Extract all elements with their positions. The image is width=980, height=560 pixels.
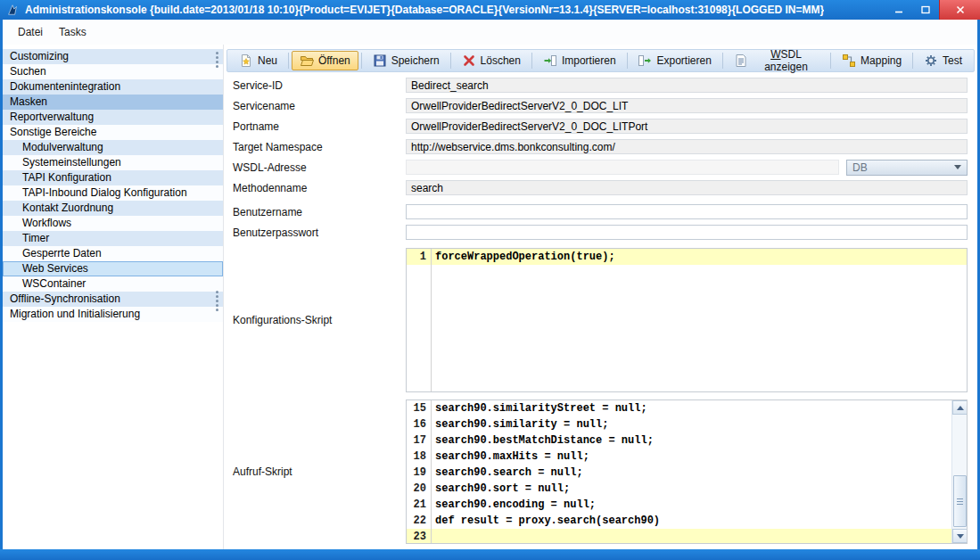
scroll-up-button[interactable] [952, 400, 968, 415]
service-id-label: Service-ID [233, 79, 406, 92]
sidebar-scroll-grip-middle[interactable] [216, 291, 218, 311]
konfigurations-skript-editor[interactable]: 1 forceWrappedOperation(true); [406, 248, 968, 392]
gear-icon [924, 54, 938, 68]
sidebar-item[interactable]: Sonstige Bereiche [3, 125, 223, 140]
code-line[interactable]: 18 search90.maxHits = null; [407, 449, 951, 465]
sidebar-item-label: Reportverwaltung [10, 111, 94, 123]
app-window: Administrationskonsole {build.date=2013/… [0, 0, 980, 560]
sidebar-item[interactable]: Kontakt Zuordnung [3, 201, 223, 216]
sidebar-item[interactable]: Timer [3, 231, 223, 246]
scroll-thumb[interactable] [953, 475, 967, 527]
code-line[interactable]: 20 search90.sort = null; [407, 481, 951, 497]
oeffnen-button[interactable]: Öffnen [292, 51, 358, 70]
code-line[interactable]: 17 search90.bestMatchDistance = null; [407, 432, 951, 449]
sidebar-item-label: Workflows [22, 217, 71, 229]
code-text: search90.maxHits = null; [431, 449, 589, 465]
maximize-button[interactable] [912, 0, 939, 20]
sidebar-item-label: Web Services [22, 262, 88, 275]
aufruf-skript-label: Aufruf-Skript [233, 465, 406, 478]
wsdl-adresse-input[interactable] [406, 160, 839, 175]
code-line[interactable]: 1 forceWrappedOperation(true); [407, 249, 967, 265]
line-number: 17 [407, 432, 431, 449]
sidebar-item[interactable]: Reportverwaltung [3, 110, 223, 125]
vertical-scrollbar[interactable] [951, 400, 967, 543]
code-line[interactable]: 21 search90.encoding = null; [407, 497, 951, 513]
wsdl-adresse-row: WSDL-Adresse DB [233, 160, 968, 175]
sidebar-item[interactable]: Modulverwaltung [3, 140, 223, 155]
sidebar-item[interactable]: Customizing [3, 49, 223, 64]
line-number: 18 [407, 449, 431, 465]
minimize-button[interactable] [885, 0, 912, 20]
scroll-down-button[interactable] [952, 529, 968, 543]
line-number: 15 [407, 400, 431, 416]
sidebar-item[interactable]: TAPI Konfiguration [3, 170, 223, 185]
service-id-row: Service-ID [233, 78, 968, 93]
gutter-separator [431, 249, 432, 391]
benutzerpasswort-label: Benutzerpasswort [233, 226, 406, 239]
sidebar-item[interactable]: Gesperrte Daten [3, 246, 223, 261]
speichern-button[interactable]: Speichern [365, 51, 448, 70]
importieren-label: Importieren [562, 54, 616, 67]
sidebar-item-label: Migration und Initialisierung [10, 308, 140, 320]
neu-button[interactable]: Neu [231, 51, 285, 70]
sidebar-item[interactable]: Masken [3, 95, 223, 110]
line-number: 1 [407, 249, 431, 265]
export-arrow-icon [638, 54, 652, 68]
servicename-input[interactable] [406, 98, 968, 113]
code-line[interactable]: 22 def result = proxy.search(search90) [407, 513, 951, 529]
test-button[interactable]: Test [916, 51, 970, 70]
menu-tasks[interactable]: Tasks [51, 22, 95, 42]
sidebar-item-label: Systemeinstellungen [22, 156, 121, 169]
line-number: 20 [407, 481, 431, 497]
gutter-separator [431, 400, 432, 543]
code-line[interactable]: 23 [407, 529, 951, 544]
wsdl-anzeigen-button[interactable]: WSDL anzeigen [726, 51, 828, 70]
benutzerpasswort-input[interactable] [406, 225, 968, 240]
code-text: search90.encoding = null; [431, 497, 596, 513]
sidebar-item[interactable]: Web Services [3, 261, 223, 276]
sidebar-item[interactable]: TAPI-Inbound Dialog Konfiguration [3, 185, 223, 201]
sidebar-item[interactable]: WSContainer [3, 276, 223, 292]
sidebar-item[interactable]: Migration und Initialisierung [3, 307, 223, 322]
loeschen-label: Löschen [481, 54, 521, 67]
wsdl-source-dropdown[interactable]: DB [846, 160, 968, 176]
line-number: 22 [407, 513, 431, 529]
benutzername-input[interactable] [406, 204, 968, 219]
sidebar-item[interactable]: Systemeinstellungen [3, 155, 223, 170]
sidebar-item[interactable]: Offline-Synchronisation [3, 292, 223, 307]
benutzername-row: Benutzername [233, 204, 968, 219]
loeschen-button[interactable]: Löschen [454, 51, 529, 70]
app-icon [5, 3, 20, 17]
sidebar-item[interactable]: Suchen [3, 64, 223, 79]
close-button[interactable] [939, 0, 980, 20]
toolbar-separator [722, 53, 723, 69]
toolbar-separator [531, 53, 532, 69]
importieren-button[interactable]: Importieren [535, 51, 624, 70]
sidebar-scroll-grip-top[interactable] [216, 52, 218, 68]
code-line[interactable]: 15 search90.similarityStreet = null; [407, 400, 951, 416]
methodenname-input[interactable] [406, 180, 968, 195]
code-line[interactable]: 19 search90.search = null; [407, 465, 951, 481]
open-folder-icon [300, 54, 314, 68]
service-form: Service-ID Servicename Portname Target N… [226, 72, 975, 551]
code-line[interactable]: 16 search90.similarity = null; [407, 416, 951, 432]
service-id-input[interactable] [406, 78, 968, 93]
portname-row: Portname [233, 119, 968, 134]
neu-label: Neu [258, 54, 277, 67]
window-controls [885, 0, 980, 20]
oeffnen-label: Öffnen [318, 54, 350, 67]
sidebar-item[interactable]: Workflows [3, 216, 223, 231]
target-namespace-input[interactable] [406, 139, 968, 154]
wsdl-document-icon [734, 54, 748, 68]
sidebar-item[interactable]: Dokumentenintegration [3, 79, 223, 95]
window-frame: Datei Tasks Customizing Suchen Dokumente… [0, 20, 980, 549]
portname-input[interactable] [406, 119, 968, 134]
title-bar: Administrationskonsole {build.date=2013/… [0, 0, 980, 20]
toolbar-separator [450, 53, 451, 69]
exportieren-button[interactable]: Exportieren [630, 51, 719, 70]
mapping-button[interactable]: Mapping [834, 51, 910, 70]
aufruf-skript-editor[interactable]: 15 search90.similarityStreet = null; 16 … [406, 399, 968, 544]
menu-datei[interactable]: Datei [10, 22, 51, 42]
toolbar: Neu Öffnen Speichern Lösch [226, 49, 975, 72]
content-body: Customizing Suchen Dokumentenintegration… [3, 45, 977, 549]
